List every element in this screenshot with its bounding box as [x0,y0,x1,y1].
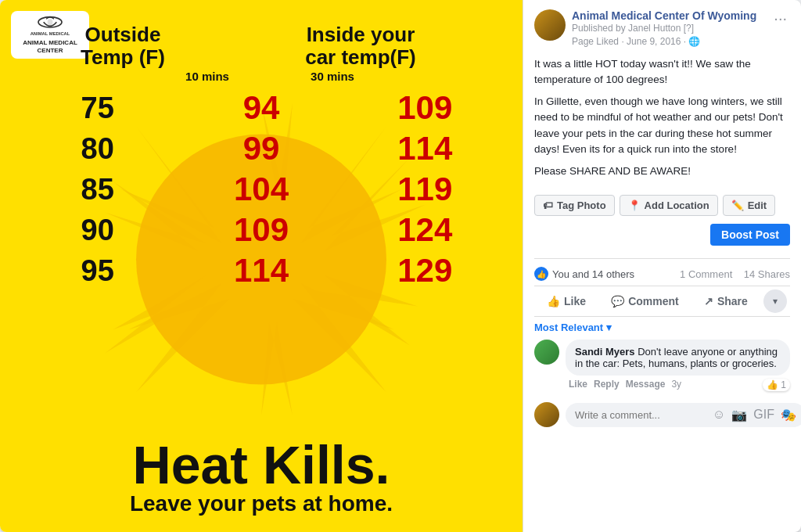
like-reaction-icon: 👍 [534,267,548,281]
reactions-right: 1 Comment 14 Shares [680,268,790,280]
comment-bubble: Sandi Myers Don't leave anyone or anythi… [566,340,790,376]
comment-label: Comment [628,295,679,307]
comment-icon: 💬 [611,295,624,307]
emoji-icon[interactable]: ☺ [713,408,725,422]
reactions-row: 👍 You and 14 others 1 Comment 14 Shares [534,264,790,286]
comment-message-action[interactable]: Message [626,379,666,391]
comment-input[interactable] [575,409,706,421]
tag-photo-label: Tag Photo [557,200,606,211]
outside-temp: 95 [51,254,145,288]
inside-temp-30min: 119 [378,171,472,208]
comments-count[interactable]: 1 Comment [680,268,732,280]
comment-like-action[interactable]: Like [569,379,587,391]
commenter-name[interactable]: Sandi Myers [575,346,635,358]
inside-temp-30min: 109 [378,89,472,127]
outside-temp: 80 [51,132,145,166]
post-meta: Animal Medical Center Of Wyoming Publish… [572,9,770,49]
inside-temp-30min: 129 [378,252,472,289]
edit-button[interactable]: ✏️ Edit [723,195,776,216]
body-paragraph-1: It was a little HOT today wasn't it!! We… [534,56,790,88]
like-label: Like [564,295,586,307]
photo-action-buttons: 🏷 Tag Photo 📍 Add Location ✏️ Edit [534,195,790,216]
more-options-button[interactable]: ··· [770,9,790,27]
footer-text: Heat Kills. Leave your pets at home. [0,438,523,516]
table-row: 95 114 129 [16,252,507,289]
comment-like-badge: 👍 1 [763,379,790,391]
temperature-rows: 75 94 109 80 99 114 85 104 119 90 109 12… [0,89,523,293]
reactions-count[interactable]: You and 14 others [552,268,634,280]
leave-pets-text: Leave your pets at home. [0,491,523,516]
write-comment-area: ☺ 📷 GIF 🎭 [534,402,790,427]
outside-temp: 75 [51,92,145,125]
add-location-label: Add Location [645,200,709,211]
subheader-30min: 30 mins [282,70,383,83]
edit-icon: ✏️ [731,200,744,211]
comment-input-icons: ☺ 📷 GIF 🎭 [713,408,796,422]
share-icon: ↗ [704,295,713,307]
location-icon: 📍 [628,200,641,211]
engage-buttons: 👍 Like 💬 Comment ↗ Share ▾ [534,286,790,317]
post-date: Page Liked · June 9, 2016 · 🌐 [572,35,770,49]
heat-table: Outside Temp (F) Inside your car temp(F)… [0,0,523,293]
boost-row: Boost Post [534,224,790,246]
table-row: 75 94 109 [16,89,507,127]
like-button[interactable]: 👍 Like [537,289,595,313]
reactions-left: 👍 You and 14 others [534,267,634,281]
published-by: Published by Janel Hutton [?] [572,22,770,35]
comment-item: Sandi Myers Don't leave anyone or anythi… [534,340,790,391]
table-row: 90 109 124 [16,211,507,249]
page-avatar [534,9,566,41]
post-body: It was a little HOT today wasn't it!! We… [534,56,790,186]
comment-like-icon: 👍 [767,379,778,390]
outside-temp: 85 [51,173,145,207]
comment-input-wrap[interactable]: ☺ 📷 GIF 🎭 [566,403,801,427]
page-name[interactable]: Animal Medical Center Of Wyoming [572,9,770,22]
camera-icon[interactable]: 📷 [731,408,747,422]
body-paragraph-3: Please SHARE AND BE AWARE! [534,164,790,179]
current-user-avatar [534,402,559,427]
post-header: Animal Medical Center Of Wyoming Publish… [534,9,790,49]
subheader-10min: 10 mins [156,70,258,83]
add-location-button[interactable]: 📍 Add Location [620,195,718,216]
shares-count[interactable]: 14 Shares [744,268,790,280]
commenter-avatar [534,340,559,365]
comment-button[interactable]: 💬 Comment [602,289,688,313]
inside-temp-10min: 94 [214,89,308,127]
inside-temp-10min: 104 [214,171,308,208]
comment-content: Sandi Myers Don't leave anyone or anythi… [566,340,790,391]
comment-actions: Like Reply Message 3y 👍 1 [566,379,790,391]
most-relevant-label: Most Relevant [534,322,603,333]
boost-post-button[interactable]: Boost Post [710,224,790,246]
more-reactions-button[interactable]: ▾ [763,289,787,313]
body-paragraph-2: In Gillette, even though we have long wi… [534,94,790,157]
comment-like-count: 1 [781,379,786,390]
outside-header: Outside Temp (F) [45,23,201,68]
inside-temp-10min: 114 [214,252,308,289]
tag-photo-button[interactable]: 🏷 Tag Photo [534,195,615,216]
inside-temp-30min: 124 [378,211,472,249]
outside-temp: 90 [51,214,145,247]
inside-header: Inside your car temp(F) [243,23,478,68]
edit-label: Edit [748,200,767,211]
tag-icon: 🏷 [543,200,553,211]
most-relevant-filter[interactable]: Most Relevant ▾ [534,322,790,333]
heat-kills-text: Heat Kills. [0,438,523,491]
post-sidebar: Animal Medical Center Of Wyoming Publish… [523,0,801,532]
post-image-panel: ANIMAL MEDICAL Animal Medical Center Out… [0,0,523,532]
divider-1 [534,258,790,259]
gif-icon[interactable]: GIF [753,408,774,422]
chevron-down-icon: ▾ [606,322,612,333]
table-row: 85 104 119 [16,171,507,208]
comment-reply-action[interactable]: Reply [594,379,620,391]
share-label: Share [717,295,748,307]
table-row: 80 99 114 [16,130,507,167]
post-card: ANIMAL MEDICAL Animal Medical Center Out… [0,0,801,532]
comment-timestamp: 3y [671,379,681,391]
inside-temp-10min: 109 [214,211,308,249]
inside-temp-30min: 114 [378,130,472,167]
like-icon: 👍 [547,295,560,307]
share-button[interactable]: ↗ Share [695,289,757,313]
inside-temp-10min: 99 [214,130,308,167]
sticker-icon[interactable]: 🎭 [781,408,796,422]
